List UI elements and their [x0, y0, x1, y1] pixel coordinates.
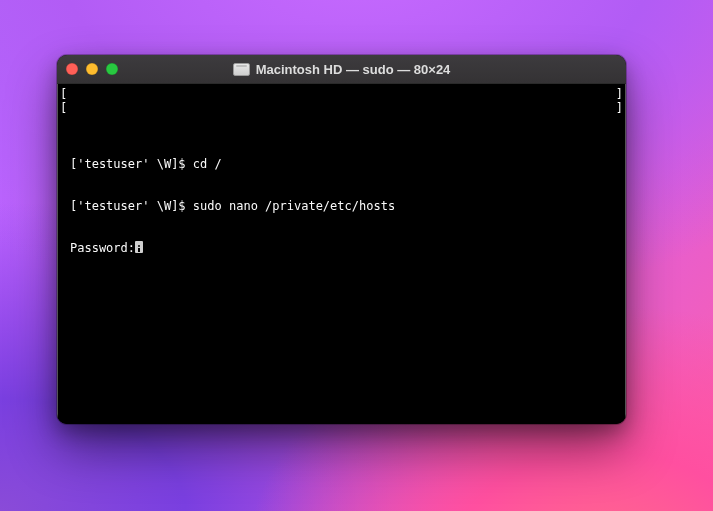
zoom-button[interactable]: [106, 63, 118, 75]
terminal-line: Password:: [70, 241, 613, 255]
terminal-line: ['testuser' \W]$ sudo nano /private/etc/…: [70, 199, 613, 213]
command-text: cd /: [193, 157, 222, 171]
terminal-body[interactable]: [[ ]] ['testuser' \W]$ cd / ['testuser' …: [57, 84, 626, 424]
terminal-window: Macintosh HD — sudo — 80×24 [[ ]] ['test…: [57, 55, 626, 424]
left-bracket-col: [[: [60, 87, 67, 115]
command-text: sudo nano /private/etc/hosts: [193, 199, 395, 213]
desktop-wallpaper: Macintosh HD — sudo — 80×24 [[ ]] ['test…: [0, 0, 713, 511]
prompt: ['testuser' \W]$: [70, 157, 193, 171]
terminal-line: ['testuser' \W]$ cd /: [70, 157, 613, 171]
window-controls: [66, 63, 118, 75]
close-button[interactable]: [66, 63, 78, 75]
window-title-text: Macintosh HD — sudo — 80×24: [256, 62, 451, 77]
password-key-icon: [135, 241, 143, 253]
window-title: Macintosh HD — sudo — 80×24: [57, 62, 626, 77]
disk-icon: [233, 63, 250, 76]
prompt: Password:: [70, 241, 135, 255]
prompt: ['testuser' \W]$: [70, 199, 193, 213]
minimize-button[interactable]: [86, 63, 98, 75]
right-bracket-col: ]]: [616, 87, 623, 115]
window-titlebar[interactable]: Macintosh HD — sudo — 80×24: [57, 55, 626, 84]
